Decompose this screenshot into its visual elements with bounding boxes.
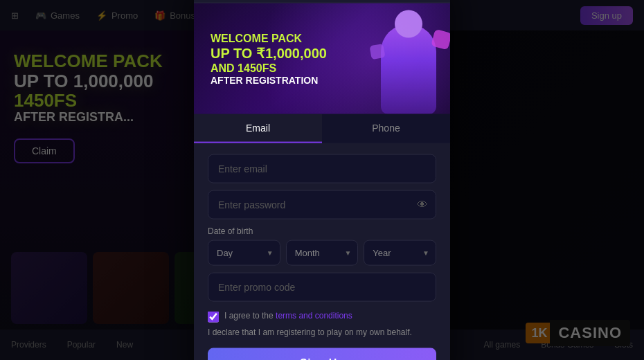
terms-link[interactable]: terms and conditions [276,311,352,321]
signup-button[interactable]: Sign Up [208,348,436,360]
declare-text: I declare that I am registering to play … [208,327,436,339]
terms-text: I agree to the terms and conditions [224,310,352,322]
modal-banner: WELCOME PACK UP TO ₹1,000,000 AND 1450FS… [194,3,450,114]
email-field-wrap [208,154,436,183]
dob-label: Date of birth [208,226,436,236]
banner-line2: UP TO ₹1,000,000 [211,45,327,62]
year-select-wrap: Year 200019991990 ▼ [364,240,436,266]
month-select[interactable]: Month JanuaryFebruaryMarch AprilMayJune … [286,240,359,266]
terms-row: I agree to the terms and conditions [208,310,436,323]
password-field-wrap: 👁 [208,190,436,219]
year-select[interactable]: Year 200019991990 [364,240,436,266]
banner-line1: WELCOME PACK [211,31,327,44]
password-eye-icon[interactable]: 👁 [417,199,428,211]
modal-tabs: Email Phone [194,114,450,143]
banner-line4: AFTER REGISTRATION [211,75,327,86]
terms-checkbox[interactable] [208,312,219,323]
banner-text: WELCOME PACK UP TO ₹1,000,000 AND 1450FS… [211,31,327,85]
modal-form: 👁 Date of birth Day 123 ▼ Month JanuaryF… [194,143,450,360]
promo-field-wrap [208,273,436,302]
banner-line3: AND 1450FS [211,62,327,75]
email-input[interactable] [208,154,436,183]
promo-input[interactable] [208,273,436,302]
month-select-wrap: Month JanuaryFebruaryMarch AprilMayJune … [286,240,359,266]
day-select-wrap: Day 123 ▼ [208,240,280,266]
signup-modal: Sign Up × WELCOME PACK UP TO ₹1,000,000 … [194,0,450,360]
dob-row: Day 123 ▼ Month JanuaryFebruaryMarch Apr… [208,240,436,266]
banner-character [374,10,443,114]
day-select[interactable]: Day 123 [208,240,280,266]
promo-container: ➤ ➤ [208,273,436,302]
password-input[interactable] [208,190,436,219]
tab-phone[interactable]: Phone [322,114,450,143]
tab-email[interactable]: Email [194,114,322,143]
